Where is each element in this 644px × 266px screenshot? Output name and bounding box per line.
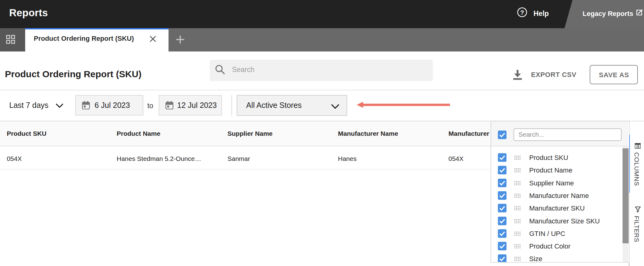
svg-text:?: ? <box>520 9 524 16</box>
